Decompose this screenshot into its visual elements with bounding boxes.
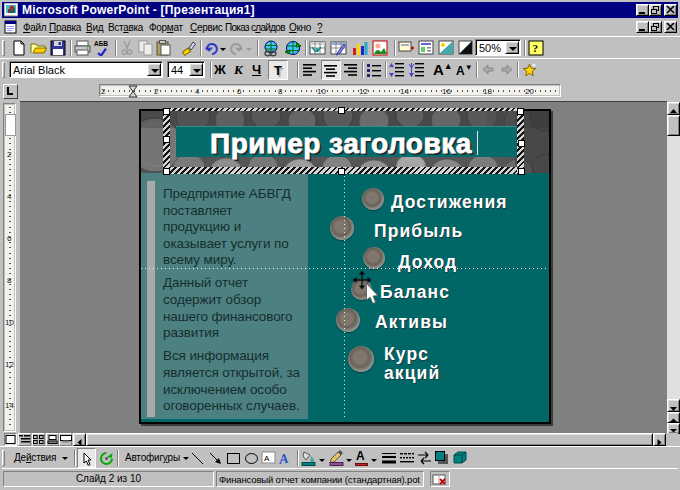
- svg-text:?: ?: [533, 42, 539, 54]
- svg-text:А: А: [278, 451, 289, 466]
- svg-text:АБВ: АБВ: [94, 40, 108, 47]
- svg-text:А: А: [264, 454, 270, 463]
